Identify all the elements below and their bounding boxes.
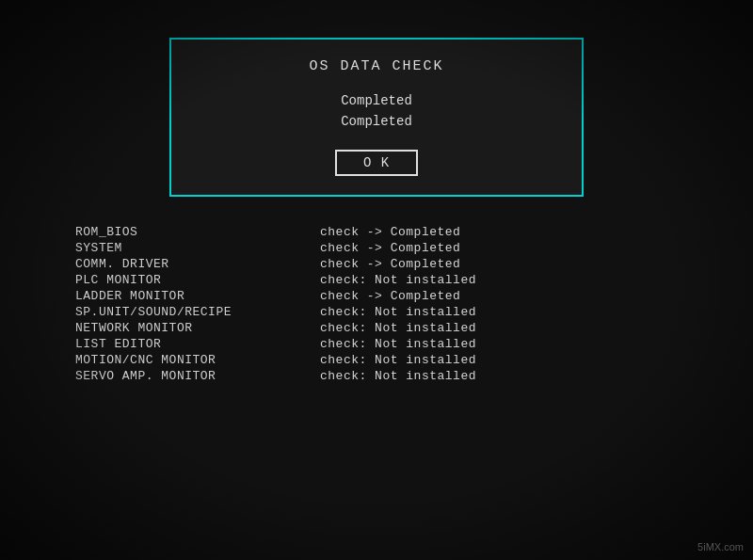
check-status: check -> Completed bbox=[320, 257, 460, 271]
check-row: LADDER MONITORcheck -> Completed bbox=[75, 289, 678, 303]
check-label: LADDER MONITOR bbox=[75, 289, 320, 303]
check-status: check -> Completed bbox=[320, 241, 460, 255]
check-row: SERVO AMP. MONITORcheck: Not installed bbox=[75, 369, 678, 383]
check-row: ROM_BIOScheck -> Completed bbox=[75, 225, 678, 239]
check-label: ROM_BIOS bbox=[75, 225, 320, 239]
check-status: check: Not installed bbox=[320, 321, 476, 335]
check-row: LIST EDITORcheck: Not installed bbox=[75, 337, 678, 351]
check-label: SP.UNIT/SOUND/RECIPE bbox=[75, 305, 320, 319]
check-row: PLC MONITORcheck: Not installed bbox=[75, 273, 678, 287]
check-status: check -> Completed bbox=[320, 289, 460, 303]
check-label: MOTION/CNC MONITOR bbox=[75, 353, 320, 367]
watermark: 5iMX.com bbox=[697, 541, 744, 552]
dialog-box: OS DATA CHECK Completed Completed O K bbox=[169, 38, 584, 197]
check-status: check -> Completed bbox=[320, 225, 460, 239]
check-label: COMM. DRIVER bbox=[75, 257, 320, 271]
dialog-completed-line1: Completed bbox=[341, 93, 412, 108]
check-label: LIST EDITOR bbox=[75, 337, 320, 351]
check-list: ROM_BIOScheck -> CompletedSYSTEMcheck ->… bbox=[75, 225, 678, 383]
check-label: SYSTEM bbox=[75, 241, 320, 255]
check-row: NETWORK MONITORcheck: Not installed bbox=[75, 321, 678, 335]
check-label: SERVO AMP. MONITOR bbox=[75, 369, 320, 383]
check-status: check: Not installed bbox=[320, 273, 476, 287]
dialog-completed-line2: Completed bbox=[341, 114, 412, 129]
check-row: MOTION/CNC MONITORcheck: Not installed bbox=[75, 353, 678, 367]
check-status: check: Not installed bbox=[320, 305, 476, 319]
check-row: SYSTEMcheck -> Completed bbox=[75, 241, 678, 255]
check-label: NETWORK MONITOR bbox=[75, 321, 320, 335]
check-status: check: Not installed bbox=[320, 337, 476, 351]
dialog-title: OS DATA CHECK bbox=[309, 58, 443, 74]
check-status: check: Not installed bbox=[320, 369, 476, 383]
check-status: check: Not installed bbox=[320, 353, 476, 367]
check-label: PLC MONITOR bbox=[75, 273, 320, 287]
ok-button[interactable]: O K bbox=[335, 150, 418, 176]
check-row: SP.UNIT/SOUND/RECIPEcheck: Not installed bbox=[75, 305, 678, 319]
screen: OS DATA CHECK Completed Completed O K RO… bbox=[0, 0, 753, 560]
check-row: COMM. DRIVERcheck -> Completed bbox=[75, 257, 678, 271]
